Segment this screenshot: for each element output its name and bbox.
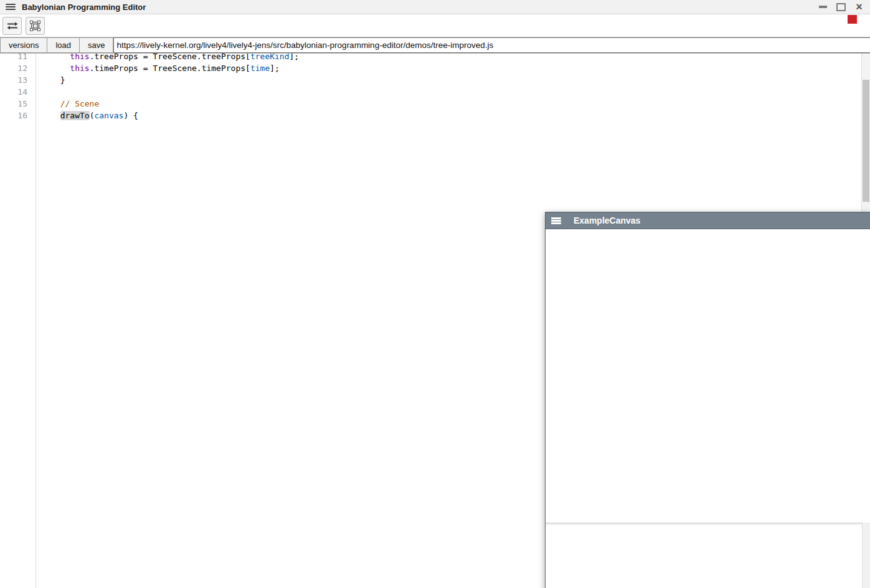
line-number: 15 bbox=[0, 98, 35, 110]
gutter-divider bbox=[35, 54, 36, 588]
menu-icon[interactable] bbox=[6, 4, 16, 11]
code-text: drawTo(canvas) { bbox=[35, 110, 138, 121]
example-canvas-menu-icon[interactable] bbox=[551, 217, 561, 224]
file-bar: versions load save bbox=[0, 37, 870, 54]
versions-button[interactable]: versions bbox=[0, 37, 47, 53]
code-line[interactable]: 13 } bbox=[0, 74, 870, 86]
app-titlebar: Babylonian Programming Editor × bbox=[0, 0, 870, 14]
save-button[interactable]: save bbox=[79, 37, 113, 53]
code-text bbox=[35, 86, 50, 98]
minimize-button[interactable] bbox=[818, 3, 828, 11]
code-lines: 11 this.treeProps = TreeScene.treeProps[… bbox=[0, 54, 870, 121]
line-number: 12 bbox=[0, 62, 35, 74]
maximize-button[interactable] bbox=[836, 3, 846, 11]
code-line[interactable]: 16 drawTo(canvas) { bbox=[0, 110, 870, 121]
editor-scrollbar-thumb[interactable] bbox=[863, 80, 869, 202]
example-canvas-drawing bbox=[546, 229, 870, 523]
editor-toolbar bbox=[0, 14, 870, 37]
line-number: 14 bbox=[0, 86, 35, 98]
example-canvas-title: ExampleCanvas bbox=[574, 216, 640, 225]
frame-select-button[interactable] bbox=[26, 17, 45, 35]
code-line[interactable]: 12 this.timeProps = TreeScene.timeProps[… bbox=[0, 62, 870, 74]
app-title: Babylonian Programming Editor bbox=[22, 2, 146, 12]
load-button[interactable]: load bbox=[47, 37, 79, 53]
unsaved-indicator bbox=[848, 15, 857, 24]
close-button[interactable]: × bbox=[854, 3, 864, 11]
code-text: this.treeProps = TreeScene.treeProps[tre… bbox=[35, 54, 299, 62]
code-line[interactable]: 15 // Scene bbox=[0, 98, 870, 110]
example-canvas-titlebar[interactable]: ExampleCanvas bbox=[546, 212, 870, 229]
url-input[interactable] bbox=[113, 37, 870, 53]
code-text: // Scene bbox=[35, 98, 99, 110]
swap-connections-button[interactable] bbox=[2, 17, 22, 35]
frame-select-icon bbox=[30, 21, 40, 31]
code-line[interactable]: 14 bbox=[0, 86, 870, 98]
line-number: 16 bbox=[0, 110, 35, 121]
example-canvas-window[interactable]: ExampleCanvas bbox=[545, 212, 870, 588]
swap-arrows-icon bbox=[7, 22, 18, 30]
line-number: 11 bbox=[0, 54, 35, 62]
code-text: } bbox=[35, 74, 65, 86]
code-text: this.timeProps = TreeScene.timeProps[tim… bbox=[35, 62, 280, 74]
example-canvas-empty-area bbox=[546, 523, 870, 588]
code-line[interactable]: 11 this.treeProps = TreeScene.treeProps[… bbox=[0, 54, 870, 62]
example-canvas-scrollbar[interactable] bbox=[862, 523, 870, 588]
line-number: 13 bbox=[0, 74, 35, 86]
